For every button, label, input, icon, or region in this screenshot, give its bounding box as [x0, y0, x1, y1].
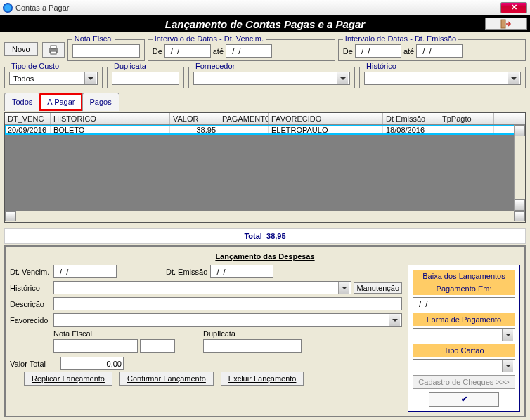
duplicata-filter-input[interactable]	[112, 72, 179, 85]
descricao-label: Descrição	[10, 300, 53, 308]
fornecedor-legend: Fornecedor	[193, 62, 237, 70]
intervalo-venc-legend: Intervalo de Datas - Dt. Vencim.	[153, 34, 266, 43]
col-valor[interactable]: VALOR	[170, 113, 219, 124]
total-label: Total	[244, 232, 261, 240]
print-button[interactable]	[42, 42, 65, 58]
col-favorecido[interactable]: FAVORECIDO	[269, 113, 383, 124]
duplicata-form-input[interactable]	[203, 339, 302, 353]
dt-emissao-input[interactable]	[210, 265, 273, 278]
baixa-title-1: Baixa dos Lançamentos	[413, 270, 515, 282]
venc-ate-input[interactable]	[226, 44, 272, 58]
grid: DT_VENC HISTORICO VALOR PAGAMENTO FAVORE…	[4, 112, 526, 223]
app-icon	[3, 3, 13, 13]
exit-button[interactable]	[485, 18, 527, 30]
historico-form-combo[interactable]	[53, 281, 351, 294]
emis-ate-input[interactable]	[416, 44, 463, 58]
forma-pagamento-label: Forma de Pagamento	[413, 313, 515, 326]
historico-form-label: Histórico	[10, 284, 53, 292]
chevron-down-icon	[502, 360, 513, 372]
cadastro-cheques-button[interactable]: Cadastro de Cheques >>>	[413, 375, 515, 389]
fornecedor-combo[interactable]	[193, 72, 350, 85]
replicar-button[interactable]: Replicar Lançamento	[24, 372, 112, 386]
ate-label-2: até	[403, 47, 414, 55]
tipo-custo-legend: Tipo de Custo	[9, 62, 61, 70]
de-label: De	[153, 47, 162, 55]
confirmar-button[interactable]: Confirmar Lançamento	[119, 372, 214, 386]
chevron-down-icon	[84, 72, 96, 84]
dt-emissao-label: Dt. Emissão	[166, 268, 207, 276]
novo-button[interactable]: Novo	[4, 42, 38, 56]
door-exit-icon	[500, 19, 512, 29]
col-dt-venc[interactable]: DT_VENC	[5, 113, 51, 124]
chevron-down-icon	[338, 282, 349, 294]
chevron-down-icon	[337, 72, 348, 84]
svg-rect-3	[51, 51, 56, 54]
printer-icon	[48, 45, 59, 55]
historico-combo[interactable]	[364, 72, 521, 85]
nota-fiscal-legend: Nota Fiscal	[72, 34, 115, 43]
table-row[interactable]: 20/09/2016 BOLETO 38,95 ELETROPAULO 18/0…	[5, 125, 525, 135]
col-dt-emissao[interactable]: Dt Emissão	[383, 113, 439, 124]
excluir-button[interactable]: Excluir Lançamento	[221, 372, 304, 386]
historico-legend: Histórico	[364, 62, 399, 70]
col-tp-pagto[interactable]: TpPagto	[439, 113, 494, 124]
nota-fiscal-form-input-2[interactable]	[140, 339, 175, 353]
forma-pagamento-combo[interactable]	[413, 328, 515, 341]
ok-button[interactable]: ✔	[429, 392, 499, 407]
nota-fiscal-form-label: Nota Fiscal	[53, 329, 175, 338]
horizontal-scrollbar[interactable]	[5, 211, 525, 222]
nota-fiscal-filter-input[interactable]	[72, 44, 140, 58]
chevron-down-icon	[389, 314, 400, 326]
descricao-input[interactable]	[53, 297, 402, 310]
svg-rect-2	[51, 46, 56, 48]
intervalo-emis-legend: Intervalo de Datas - Dt. Emissão	[343, 34, 458, 43]
favorecido-form-label: Favorecido	[10, 316, 53, 324]
chevron-down-icon	[508, 72, 519, 84]
col-historico[interactable]: HISTORICO	[51, 113, 170, 124]
duplicata-legend: Duplicata	[112, 62, 148, 70]
tab-pagos[interactable]: Pagos	[82, 93, 119, 111]
total-value: 38,95	[266, 232, 286, 240]
duplicata-form-label: Duplicata	[203, 329, 302, 338]
ate-label: até	[213, 47, 224, 55]
de-label-2: De	[343, 47, 353, 55]
dt-vencim-label: Dt. Vencim.	[10, 268, 53, 276]
venc-de-input[interactable]	[164, 44, 211, 58]
valor-total-label: Valor Total	[10, 360, 53, 368]
manutencao-button[interactable]: Manutenção	[354, 282, 402, 294]
dt-vencim-input[interactable]	[53, 265, 117, 278]
valor-total-input[interactable]	[60, 357, 124, 370]
baixa-title-2: Pagamento Em:	[413, 282, 515, 295]
banner-title: Lançamento de Contas Pagas e a Pagar	[160, 18, 370, 30]
col-pagamento[interactable]: PAGAMENTO	[219, 113, 269, 124]
tab-todos[interactable]: Todos	[4, 93, 40, 111]
svg-rect-0	[501, 20, 505, 28]
check-icon: ✔	[461, 395, 467, 404]
vertical-scrollbar[interactable]	[514, 125, 525, 211]
window-title: Contas a Pagar	[15, 4, 500, 12]
close-button[interactable]: ✕	[500, 2, 527, 13]
tab-a-pagar[interactable]: A Pagar	[39, 93, 82, 111]
chevron-down-icon	[502, 329, 513, 341]
nota-fiscal-form-input[interactable]	[53, 339, 138, 353]
lancamento-title: Lançamento das Despesas	[10, 252, 520, 261]
emis-de-input[interactable]	[355, 44, 401, 58]
favorecido-form-combo[interactable]	[53, 313, 402, 327]
tipo-cartao-label: Tipo Cartão	[413, 344, 515, 357]
tipo-custo-combo[interactable]: Todos	[9, 72, 98, 85]
tipo-cartao-combo[interactable]	[413, 359, 515, 372]
pagamento-em-input[interactable]	[413, 297, 515, 310]
